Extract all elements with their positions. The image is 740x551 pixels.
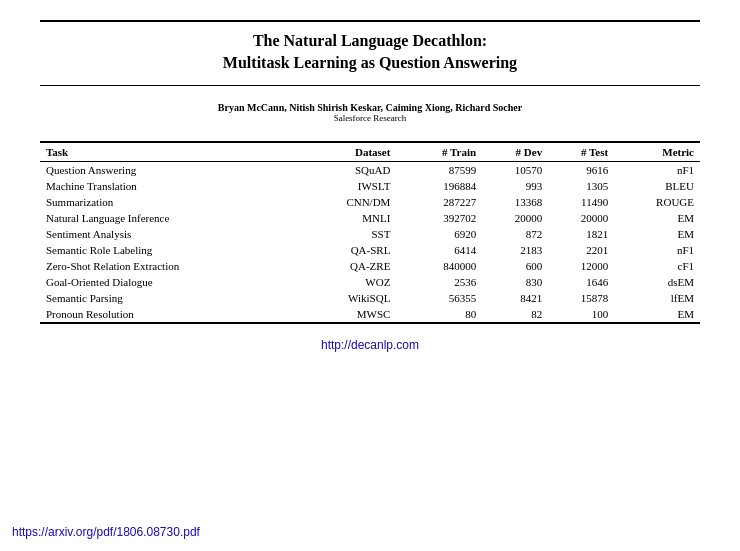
cell-9-1: MWSC xyxy=(291,306,397,323)
cell-1-2: 196884 xyxy=(396,178,482,194)
cell-9-5: EM xyxy=(614,306,700,323)
cell-2-1: CNN/DM xyxy=(291,194,397,210)
cell-1-3: 993 xyxy=(482,178,548,194)
cell-5-1: QA-SRL xyxy=(291,242,397,258)
cell-3-0: Natural Language Inference xyxy=(40,210,291,226)
cell-1-1: IWSLT xyxy=(291,178,397,194)
table-row: Semantic ParsingWikiSQL56355842115878lfE… xyxy=(40,290,700,306)
cell-6-1: QA-ZRE xyxy=(291,258,397,274)
cell-4-1: SST xyxy=(291,226,397,242)
col-header-test: # Test xyxy=(548,142,614,162)
cell-2-4: 11490 xyxy=(548,194,614,210)
cell-4-3: 872 xyxy=(482,226,548,242)
cell-2-2: 287227 xyxy=(396,194,482,210)
cell-8-4: 15878 xyxy=(548,290,614,306)
title-line1: The Natural Language Decathlon: xyxy=(253,32,487,49)
cell-7-1: WOZ xyxy=(291,274,397,290)
table-row: SummarizationCNN/DM2872271336811490ROUGE xyxy=(40,194,700,210)
cell-8-2: 56355 xyxy=(396,290,482,306)
results-table: Task Dataset # Train # Dev # Test Metric… xyxy=(40,141,700,324)
cell-9-2: 80 xyxy=(396,306,482,323)
cell-5-5: nF1 xyxy=(614,242,700,258)
cell-7-0: Goal-Oriented Dialogue xyxy=(40,274,291,290)
cell-0-4: 9616 xyxy=(548,161,614,178)
cell-6-2: 840000 xyxy=(396,258,482,274)
cell-8-3: 8421 xyxy=(482,290,548,306)
cell-1-5: BLEU xyxy=(614,178,700,194)
cell-4-2: 6920 xyxy=(396,226,482,242)
cell-9-0: Pronoun Resolution xyxy=(40,306,291,323)
cell-0-0: Question Answering xyxy=(40,161,291,178)
authors-names: Bryan McCann, Nitish Shirish Keskar, Cai… xyxy=(218,102,522,113)
website-link[interactable]: http://decanlp.com xyxy=(321,338,419,352)
cell-0-5: nF1 xyxy=(614,161,700,178)
cell-2-5: ROUGE xyxy=(614,194,700,210)
cell-3-3: 20000 xyxy=(482,210,548,226)
cell-7-3: 830 xyxy=(482,274,548,290)
arxiv-link[interactable]: https://arxiv.org/pdf/1806.08730.pdf xyxy=(12,525,200,539)
col-header-metric: Metric xyxy=(614,142,700,162)
cell-8-1: WikiSQL xyxy=(291,290,397,306)
authors-section: Bryan McCann, Nitish Shirish Keskar, Cai… xyxy=(218,102,522,123)
table-row: Question AnsweringSQuAD87599105709616nF1 xyxy=(40,161,700,178)
paper-container: The Natural Language Decathlon: Multitas… xyxy=(40,20,700,352)
cell-6-5: cF1 xyxy=(614,258,700,274)
table-header-row: Task Dataset # Train # Dev # Test Metric xyxy=(40,142,700,162)
title-section: The Natural Language Decathlon: Multitas… xyxy=(40,20,700,86)
cell-5-0: Semantic Role Labeling xyxy=(40,242,291,258)
cell-3-2: 392702 xyxy=(396,210,482,226)
cell-4-4: 1821 xyxy=(548,226,614,242)
cell-9-4: 100 xyxy=(548,306,614,323)
col-header-task: Task xyxy=(40,142,291,162)
cell-8-0: Semantic Parsing xyxy=(40,290,291,306)
cell-7-2: 2536 xyxy=(396,274,482,290)
cell-6-4: 12000 xyxy=(548,258,614,274)
title-line2: Multitask Learning as Question Answering xyxy=(223,54,517,71)
cell-1-4: 1305 xyxy=(548,178,614,194)
cell-9-3: 82 xyxy=(482,306,548,323)
cell-3-1: MNLI xyxy=(291,210,397,226)
cell-0-2: 87599 xyxy=(396,161,482,178)
cell-3-4: 20000 xyxy=(548,210,614,226)
cell-6-0: Zero-Shot Relation Extraction xyxy=(40,258,291,274)
cell-6-3: 600 xyxy=(482,258,548,274)
cell-0-1: SQuAD xyxy=(291,161,397,178)
cell-8-5: lfEM xyxy=(614,290,700,306)
cell-5-2: 6414 xyxy=(396,242,482,258)
cell-7-4: 1646 xyxy=(548,274,614,290)
table-row: Sentiment AnalysisSST69208721821EM xyxy=(40,226,700,242)
paper-title: The Natural Language Decathlon: Multitas… xyxy=(40,30,700,75)
cell-0-3: 10570 xyxy=(482,161,548,178)
cell-4-0: Sentiment Analysis xyxy=(40,226,291,242)
affiliation: Salesforce Research xyxy=(218,113,522,123)
col-header-dev: # Dev xyxy=(482,142,548,162)
cell-5-4: 2201 xyxy=(548,242,614,258)
table-row: Goal-Oriented DialogueWOZ25368301646dsEM xyxy=(40,274,700,290)
table-row: Semantic Role LabelingQA-SRL641421832201… xyxy=(40,242,700,258)
table-body: Question AnsweringSQuAD87599105709616nF1… xyxy=(40,161,700,323)
table-row: Pronoun ResolutionMWSC8082100EM xyxy=(40,306,700,323)
table-row: Machine TranslationIWSLT1968849931305BLE… xyxy=(40,178,700,194)
cell-1-0: Machine Translation xyxy=(40,178,291,194)
cell-3-5: EM xyxy=(614,210,700,226)
cell-7-5: dsEM xyxy=(614,274,700,290)
cell-4-5: EM xyxy=(614,226,700,242)
cell-2-0: Summarization xyxy=(40,194,291,210)
cell-5-3: 2183 xyxy=(482,242,548,258)
table-row: Natural Language InferenceMNLI3927022000… xyxy=(40,210,700,226)
col-header-train: # Train xyxy=(396,142,482,162)
table-row: Zero-Shot Relation ExtractionQA-ZRE84000… xyxy=(40,258,700,274)
col-header-dataset: Dataset xyxy=(291,142,397,162)
cell-2-3: 13368 xyxy=(482,194,548,210)
